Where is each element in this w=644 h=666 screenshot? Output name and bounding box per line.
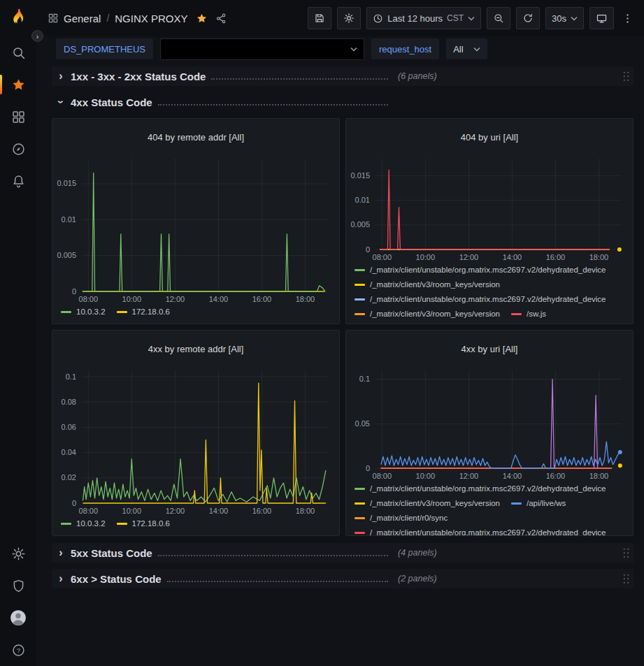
kiosk-mode-button[interactable] — [589, 7, 614, 29]
apps-grid-icon[interactable] — [48, 13, 59, 24]
chevron-down-icon — [350, 47, 357, 52]
sidebar-item-dashboards[interactable] — [0, 101, 36, 133]
legend-item[interactable]: /_matrix/client/unstable/org.matrix.msc2… — [355, 293, 606, 306]
sidebar-item-server-admin[interactable] — [0, 570, 36, 602]
panel-404-by-remote-addr: 404 by remote addr [All] 00.0050.010.015… — [52, 118, 340, 324]
breadcrumb-separator: / — [106, 13, 109, 24]
series-label: /_matrix/client/unstable/org.matrix.msc2… — [370, 263, 606, 277]
row-header-4xx[interactable]: › 4xx Status Code — [52, 92, 634, 112]
datasource-variable-label[interactable]: DS_PROMETHEUS — [56, 38, 153, 59]
series-color-dash — [355, 488, 365, 490]
sidebar-item-search[interactable] — [0, 36, 36, 68]
sidebar-item-help[interactable]: ? — [0, 634, 36, 666]
dashboard-content: › 1xx - 3xx - 2xx Status Code (6 panels)… — [36, 61, 644, 666]
svg-text:0.01: 0.01 — [355, 196, 370, 204]
svg-text:12:00: 12:00 — [459, 253, 479, 261]
svg-text:18:00: 18:00 — [589, 472, 609, 480]
sidebar-item-configuration[interactable] — [0, 537, 36, 570]
panel-title[interactable]: 404 by uri [All] — [346, 126, 633, 144]
legend-item[interactable]: 10.0.3.2 — [61, 517, 106, 530]
shield-icon — [11, 579, 26, 593]
svg-text:0: 0 — [366, 245, 370, 253]
request-host-variable-select[interactable]: All — [446, 38, 487, 59]
sidebar-item-starred[interactable] — [0, 68, 36, 101]
legend-item[interactable]: /_matrix/client/v3/room_keys/version — [355, 278, 500, 291]
panel-title[interactable]: 4xx by remote addr [All] — [52, 338, 339, 356]
series-label: /api/live/ws — [527, 497, 566, 510]
panel-title[interactable]: 4xx by uri [All] — [346, 338, 633, 356]
row-left: › 1xx - 3xx - 2xx Status Code — [55, 71, 391, 82]
time-series-chart[interactable]: 00.020.040.060.080.108:0010:0012:0014:00… — [52, 363, 339, 517]
legend-item[interactable]: /api/live/ws — [511, 497, 566, 510]
series-label: /_matrix/client/r0/sync — [370, 512, 448, 525]
legend-item[interactable]: 172.18.0.6 — [117, 305, 170, 319]
chevron-down-icon — [468, 16, 475, 21]
legend-item[interactable]: /sw.js — [511, 307, 546, 321]
star-icon — [11, 78, 26, 92]
row-drag-handle[interactable] — [622, 71, 630, 82]
chart-canvas: 00.020.040.060.080.108:0010:0012:0014:00… — [52, 363, 339, 517]
refresh-button[interactable] — [516, 7, 540, 29]
time-series-chart[interactable]: 00.050.108:0010:0012:0014:0016:0018:00 — [346, 363, 633, 482]
request-host-variable-label[interactable]: request_host — [371, 38, 439, 59]
sidebar-item-explore[interactable] — [0, 133, 36, 165]
chart-canvas: 00.050.108:0010:0012:0014:0016:0018:00 — [346, 363, 633, 482]
time-zone-label: CST — [447, 13, 464, 23]
svg-text:0.005: 0.005 — [57, 251, 76, 259]
grafana-logo[interactable] — [0, 0, 36, 36]
row-title: 6xx > Status Code — [71, 573, 162, 585]
panel-title[interactable]: 404 by remote addr [All] — [52, 126, 339, 144]
dashboard-title[interactable]: NGINX PROXY — [115, 13, 187, 24]
dotted-leader — [158, 555, 388, 556]
legend-item[interactable]: /_matrix/client/r0/sync — [355, 512, 448, 525]
row-header-6xx[interactable]: › 6xx > Status Code (2 panels) — [52, 569, 634, 588]
time-range-picker[interactable]: Last 12 hours CST — [366, 7, 481, 29]
share-icon[interactable] — [215, 13, 227, 24]
favorite-star-icon[interactable] — [196, 13, 208, 24]
legend-item[interactable]: 172.18.0.6 — [117, 517, 170, 530]
more-options-button[interactable] — [620, 13, 636, 24]
active-indicator-bar — [0, 75, 2, 94]
time-series-chart[interactable]: 00.0050.010.01508:0010:0012:0014:0016:00… — [52, 152, 339, 305]
svg-text:0: 0 — [72, 287, 76, 295]
svg-text:18:00: 18:00 — [296, 295, 315, 303]
series-color-dash — [61, 523, 71, 525]
legend-item[interactable]: /_matrix/client/unstable/org.matrix.msc2… — [355, 263, 606, 277]
dashboards-grid-icon — [11, 110, 26, 124]
series-color-dash — [355, 517, 365, 519]
svg-text:10:00: 10:00 — [122, 507, 142, 515]
row-header-1xx-3xx-2xx[interactable]: › 1xx - 3xx - 2xx Status Code (6 panels) — [52, 66, 634, 86]
breadcrumb-section[interactable]: General — [64, 13, 101, 24]
save-dashboard-button[interactable] — [308, 7, 331, 29]
legend-item[interactable]: /_matrix/client/unstable/org.matrix.msc2… — [355, 482, 606, 495]
series-label: /_matrix/client/v3/room_keys/version — [370, 307, 500, 321]
legend-item[interactable]: /_matrix/client/v3/room_keys/version — [355, 307, 500, 321]
panel-legend: /_matrix/client/unstable/org.matrix.msc2… — [346, 482, 633, 535]
svg-text:0: 0 — [72, 498, 76, 507]
legend-item[interactable]: /_matrix/client/v3/room_keys/version — [355, 497, 500, 510]
panel-legend: 10.0.3.2172.18.0.6 — [52, 517, 339, 535]
refresh-interval-picker[interactable]: 30s — [545, 7, 584, 29]
svg-text:0.005: 0.005 — [350, 220, 370, 229]
svg-text:0.04: 0.04 — [62, 448, 76, 456]
row-header-5xx[interactable]: › 5xx Status Code (4 panels) — [52, 543, 634, 563]
row-drag-handle[interactable] — [622, 547, 630, 559]
svg-text:14:00: 14:00 — [503, 253, 522, 261]
zoom-out-time-button[interactable] — [487, 7, 510, 29]
refresh-icon — [522, 13, 534, 24]
svg-text:?: ? — [16, 646, 20, 654]
sidebar-item-alerting[interactable] — [0, 165, 36, 197]
sidebar-expand-button[interactable]: › — [31, 30, 43, 42]
series-color-dash — [61, 311, 71, 313]
dashboard-settings-button[interactable] — [337, 7, 361, 29]
legend-item[interactable]: /_matrix/client/unstable/org.matrix.msc2… — [355, 526, 606, 535]
compass-icon — [11, 142, 26, 157]
bell-icon — [11, 174, 26, 189]
row-drag-handle[interactable] — [622, 573, 630, 585]
time-series-chart[interactable]: 00.0050.010.01508:0010:0012:0014:0016:00… — [346, 152, 633, 263]
svg-text:18:00: 18:00 — [589, 253, 609, 261]
sidebar-item-profile[interactable] — [0, 602, 36, 634]
host-variable-select[interactable] — [160, 38, 364, 60]
legend-item[interactable]: 10.0.3.2 — [61, 305, 106, 319]
row-title: 5xx Status Code — [71, 547, 152, 559]
